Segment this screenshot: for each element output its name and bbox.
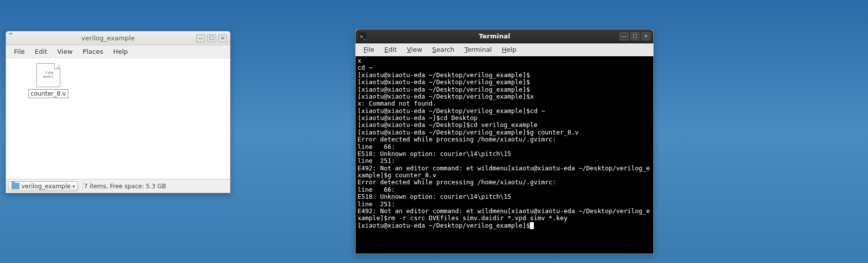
file-manager-body[interactable]: `time modul counter_8.v [6,58,230,179]
folder-icon [9,34,17,42]
minimize-button[interactable]: — [620,32,628,40]
maximize-button[interactable]: ☐ [207,34,216,42]
folder-icon [11,183,19,189]
verilog-file-icon: `time modul [36,63,60,87]
menu-file[interactable]: File [9,46,30,57]
menu-view[interactable]: View [52,46,78,57]
terminal-icon: >_ [359,32,367,40]
menu-help[interactable]: Help [496,44,521,55]
menu-edit[interactable]: Edit [30,46,52,57]
window-controls: — ☐ ✕ [196,34,227,42]
status-text: 7 items, Free space: 5.3 GB [84,183,166,190]
terminal-body[interactable]: x cd ~ [xiaotu@xiaotu-eda ~/Desktop/veri… [356,56,653,254]
window-title: verilog_example [20,34,196,42]
menu-search[interactable]: Search [427,44,460,55]
file-manager-statusbar: verilog_example ▾ 7 items, Free space: 5… [6,179,230,193]
divider [82,182,83,191]
menu-terminal[interactable]: Terminal [460,44,497,55]
window-controls: — ☐ ✕ [620,32,650,40]
close-button[interactable]: ✕ [641,32,650,40]
menu-file[interactable]: File [359,44,379,55]
menu-view[interactable]: View [402,44,427,55]
file-item-counter[interactable]: `time modul counter_8.v [23,63,73,98]
window-title: Terminal [370,32,620,40]
menu-help[interactable]: Help [108,46,133,57]
svg-text:>_: >_ [360,34,367,40]
path-dropdown[interactable]: verilog_example ▾ [8,181,78,191]
terminal-cursor [530,222,534,229]
terminal-window: >_ Terminal — ☐ ✕ File Edit View Search … [355,29,654,254]
file-manager-menubar: File Edit View Places Help [6,45,230,58]
maximize-button[interactable]: ☐ [630,32,639,40]
close-button[interactable]: ✕ [218,34,227,42]
file-manager-titlebar[interactable]: verilog_example — ☐ ✕ [6,31,230,45]
file-manager-window: verilog_example — ☐ ✕ File Edit View Pla… [5,31,231,193]
chevron-down-icon: ▾ [73,184,75,189]
terminal-menubar: File Edit View Search Terminal Help [356,43,653,56]
terminal-titlebar[interactable]: >_ Terminal — ☐ ✕ [356,29,653,43]
menu-places[interactable]: Places [78,46,108,57]
menu-edit[interactable]: Edit [379,44,402,55]
file-label: counter_8.v [28,89,69,98]
minimize-button[interactable]: — [196,34,205,42]
